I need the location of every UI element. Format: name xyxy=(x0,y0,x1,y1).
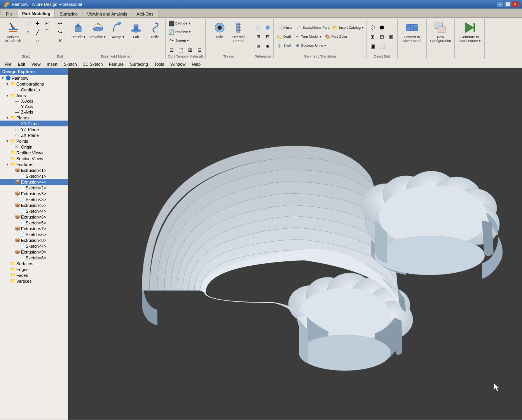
ref-btn2[interactable]: ⬚ xyxy=(176,46,185,54)
menu-insert[interactable]: Insert xyxy=(44,61,61,67)
ref2-btn1[interactable]: ⬡ xyxy=(254,23,262,31)
menu-edit[interactable]: Edit xyxy=(15,61,28,67)
tab-add-ons[interactable]: Add-Ons xyxy=(132,10,157,18)
restore-button[interactable]: ⬜ xyxy=(504,1,511,7)
close-button[interactable]: ✕ xyxy=(512,1,519,7)
new-configuration-button[interactable]: NewConfiguration xyxy=(428,19,453,44)
de-btn3[interactable]: ⊞ xyxy=(368,33,377,40)
helix-button[interactable]: Helix xyxy=(146,19,164,40)
sweep-cut-button[interactable]: 〜 Sweep ▾ xyxy=(167,37,190,44)
menu-sketch[interactable]: Sketch xyxy=(61,61,80,67)
extrude-cut-button[interactable]: ⬛ Extrude ▾ xyxy=(167,19,192,27)
menu-help[interactable]: Help xyxy=(189,61,204,67)
tree-item-xy-plane[interactable]: ▭XY-Plane xyxy=(0,121,68,126)
menu-window[interactable]: Window xyxy=(167,61,189,67)
tab-file[interactable]: File xyxy=(2,10,17,18)
tree-item-extrusion8[interactable]: 📦Extrusion<8> xyxy=(0,237,68,243)
tree-item-redline-views[interactable]: 📁Redline Views xyxy=(0,150,68,156)
shell-button[interactable]: ◎ Shell xyxy=(275,42,292,49)
sketch-sub-btn3[interactable]: ✂ xyxy=(43,19,51,27)
de-btn2[interactable]: ⬢ xyxy=(378,23,386,31)
tree-item-extrusion7[interactable]: 📦Extrusion<7> xyxy=(0,226,68,231)
tree-item-sketch4[interactable]: 📄Sketch<4> xyxy=(0,208,68,214)
viewport[interactable] xyxy=(68,68,522,420)
tree-item-sketch3[interactable]: 📄Sketch<3> xyxy=(0,196,68,202)
edit-btn2[interactable]: ↪ xyxy=(56,28,64,36)
edit-btn1[interactable]: ↩ xyxy=(56,19,64,27)
menu-feature[interactable]: Feature xyxy=(106,61,127,67)
boolean-unite-button[interactable]: ⊕ Boolean Unite ▾ xyxy=(293,42,327,49)
tree-item-sketch8[interactable]: 📄Sketch<8> xyxy=(0,255,68,261)
sketch-sub-btn1[interactable]: ⬜ xyxy=(24,19,33,27)
tree-item-surfaces[interactable]: 📁Surfaces xyxy=(0,261,68,266)
de-btn1[interactable]: ⬡ xyxy=(368,23,377,31)
loft-button[interactable]: Loft xyxy=(127,19,145,40)
hole-button[interactable]: Hole xyxy=(211,19,229,40)
menu-file[interactable]: File xyxy=(2,61,15,67)
tree-item-x-axis[interactable]: —X-Axis xyxy=(0,98,68,104)
tab-surfacing[interactable]: Surfacing xyxy=(55,10,82,18)
tree-item-axes[interactable]: ▼📁Axes xyxy=(0,93,68,98)
external-thread-button[interactable]: ExternalThread xyxy=(229,19,247,44)
tree-item-edges[interactable]: 📁Edges xyxy=(0,266,68,272)
tree-item-extrusion5[interactable]: 📦Extrusion<5> xyxy=(0,202,68,208)
scale-mirror-part-button[interactable]: ⤢ Scale/Mirror Part xyxy=(295,24,330,32)
ref-btn3[interactable]: ⊞ xyxy=(186,46,194,54)
tree-item-extrusion4[interactable]: 📦Extrusion<4> xyxy=(0,179,68,185)
tree-item-vertices[interactable]: 📁Vertices xyxy=(0,278,68,284)
sketch-sub-btn7[interactable]: · xyxy=(24,37,33,44)
sketch-sub-btn6[interactable]: ⌒ xyxy=(43,28,51,36)
draft-button[interactable]: 📐 Draft xyxy=(275,33,292,40)
edit-btn3[interactable]: ✕ xyxy=(56,37,64,44)
tree-item-extrusion6[interactable]: 📦Extrusion<6> xyxy=(0,214,68,220)
tree-item-zx-plane[interactable]: ▭ZX-Plane xyxy=(0,132,68,138)
tree-item-section-views[interactable]: 📁Section Views xyxy=(0,156,68,161)
extrude-button[interactable]: Extrude ▾ xyxy=(69,19,88,40)
tree-item-origin[interactable]: ✕Origin xyxy=(0,144,68,150)
tree-item-features[interactable]: ▼📁Features xyxy=(0,161,68,167)
de-btn4[interactable]: ⊟ xyxy=(378,33,386,40)
tree-item-y-axis[interactable]: —Y-Axis xyxy=(0,104,68,109)
sketch-sub-btn5[interactable]: ╱ xyxy=(33,28,42,36)
tree-item-sketch2[interactable]: 📄Sketch<2> xyxy=(0,185,68,191)
ref-btn4[interactable]: ⊟ xyxy=(195,46,204,54)
ref2-btn6[interactable]: ▣ xyxy=(263,42,272,50)
tree-item-extrusion3[interactable]: 📦Extrusion<3> xyxy=(0,191,68,196)
menu-3d-sketch[interactable]: 3D Sketch xyxy=(80,61,106,67)
sweep-button[interactable]: Sweep ▾ xyxy=(108,19,126,40)
tree-item-points[interactable]: ▼📁Points xyxy=(0,138,68,144)
tree-item-config1[interactable]: 📄Config<1> xyxy=(0,87,68,93)
tree-item-z-axis[interactable]: —Z-Axis xyxy=(0,109,68,115)
revolve-cut-button[interactable]: 🔄 Revolve ▾ xyxy=(167,28,192,36)
ref2-btn4[interactable]: ⊟ xyxy=(263,33,272,40)
tree-item-sketch5[interactable]: 📄Sketch<5> xyxy=(0,220,68,226)
tab-part-modeling[interactable]: Part Modeling xyxy=(18,10,55,18)
generate-to-last-feature-button[interactable]: Generate toLast Feature ▾ xyxy=(456,19,483,44)
tree-item-faces[interactable]: 📁Faces xyxy=(0,272,68,278)
ref2-btn2[interactable]: ⬢ xyxy=(263,23,272,31)
activate-2d-sketch-button[interactable]: Activate2D Sketch xyxy=(3,19,23,44)
ref-btn1[interactable]: ⊡ xyxy=(167,46,176,54)
tree-item-configurations[interactable]: ▼📁Configurations xyxy=(0,81,68,87)
menu-surfacing[interactable]: Surfacing xyxy=(127,61,151,67)
menu-tools[interactable]: Tools xyxy=(151,61,168,67)
sketch-sub-btn8[interactable]: ↔ xyxy=(33,37,42,44)
tree-item-extrusion1[interactable]: 📦Extrusion<1> xyxy=(0,167,68,173)
de-btn6[interactable]: ▣ xyxy=(368,42,377,50)
part-color-button[interactable]: 🎨 Part Color xyxy=(323,33,349,40)
tree-item-rainbow[interactable]: ▼🔵Rainbow xyxy=(0,75,68,81)
mirror-button[interactable]: ⬜ Mirror xyxy=(275,24,294,32)
trim-model-button[interactable]: ✂ Trim Model ▾ xyxy=(293,33,323,40)
ref2-btn3[interactable]: ⊞ xyxy=(254,33,262,40)
revolve-button[interactable]: Revolve ▾ xyxy=(88,19,108,40)
ref2-btn5[interactable]: ⊠ xyxy=(254,42,262,50)
minimize-button[interactable]: ─ xyxy=(496,1,503,7)
sketch-sub-btn4[interactable]: ○ xyxy=(24,28,33,36)
tree-item-extrusion9[interactable]: 📦Extrusion<9> xyxy=(0,249,68,255)
menu-view[interactable]: View xyxy=(28,61,44,67)
tree-item-yz-plane[interactable]: ▭YZ-Plane xyxy=(0,126,68,132)
de-btn5[interactable]: ⊠ xyxy=(387,33,396,40)
tree-item-sketch7[interactable]: 📄Sketch<7> xyxy=(0,243,68,249)
de-btn7[interactable]: ⬜ xyxy=(378,42,386,50)
convert-to-sheet-metal-button[interactable]: Convert toSheet Metal xyxy=(401,19,423,44)
